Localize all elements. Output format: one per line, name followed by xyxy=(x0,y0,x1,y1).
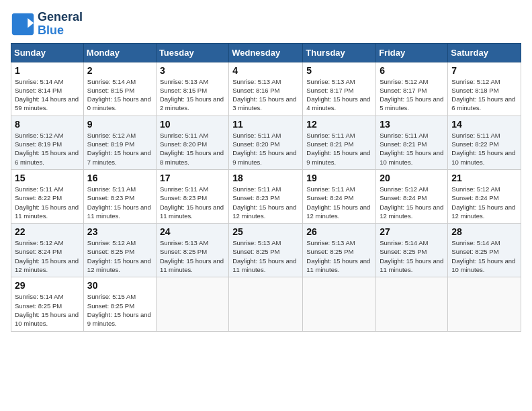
calendar-cell xyxy=(303,277,376,331)
day-detail: Sunrise: 5:12 AMSunset: 8:24 PMDaylight:… xyxy=(451,185,517,220)
day-number: 29 xyxy=(15,280,80,291)
page-header: General Blue xyxy=(11,11,521,38)
day-number: 16 xyxy=(87,173,152,183)
calendar-cell: 18Sunrise: 5:11 AMSunset: 8:23 PMDayligh… xyxy=(229,169,303,223)
day-number: 5 xyxy=(306,65,372,76)
day-number: 1 xyxy=(15,65,80,76)
day-detail: Sunrise: 5:11 AMSunset: 8:22 PMDaylight:… xyxy=(15,185,80,220)
calendar-cell: 1Sunrise: 5:14 AMSunset: 8:14 PMDaylight… xyxy=(11,62,84,116)
calendar-cell: 14Sunrise: 5:11 AMSunset: 8:22 PMDayligh… xyxy=(448,116,521,169)
calendar-cell: 22Sunrise: 5:12 AMSunset: 8:24 PMDayligh… xyxy=(11,224,84,277)
weekday-header-row: SundayMondayTuesdayWednesdayThursdayFrid… xyxy=(11,43,521,62)
calendar-week-row: 29Sunrise: 5:14 AMSunset: 8:25 PMDayligh… xyxy=(11,277,521,331)
calendar-table: SundayMondayTuesdayWednesdayThursdayFrid… xyxy=(11,43,521,332)
calendar-cell: 8Sunrise: 5:12 AMSunset: 8:19 PMDaylight… xyxy=(11,116,84,169)
calendar-cell: 28Sunrise: 5:14 AMSunset: 8:25 PMDayligh… xyxy=(448,224,521,277)
day-detail: Sunrise: 5:12 AMSunset: 8:24 PMDaylight:… xyxy=(380,185,444,220)
calendar-cell: 27Sunrise: 5:14 AMSunset: 8:25 PMDayligh… xyxy=(376,224,448,277)
calendar-cell: 10Sunrise: 5:11 AMSunset: 8:20 PMDayligh… xyxy=(156,116,228,169)
calendar-cell: 26Sunrise: 5:13 AMSunset: 8:25 PMDayligh… xyxy=(303,224,376,277)
calendar-cell xyxy=(376,277,448,331)
day-detail: Sunrise: 5:13 AMSunset: 8:25 PMDaylight:… xyxy=(306,238,372,274)
calendar-cell: 11Sunrise: 5:11 AMSunset: 8:20 PMDayligh… xyxy=(229,116,303,169)
day-detail: Sunrise: 5:14 AMSunset: 8:25 PMDaylight:… xyxy=(380,238,444,274)
day-number: 2 xyxy=(87,65,152,76)
day-detail: Sunrise: 5:12 AMSunset: 8:17 PMDaylight:… xyxy=(380,77,444,113)
day-detail: Sunrise: 5:11 AMSunset: 8:20 PMDaylight:… xyxy=(232,131,299,167)
day-detail: Sunrise: 5:14 AMSunset: 8:25 PMDaylight:… xyxy=(451,238,517,274)
day-number: 18 xyxy=(232,173,299,183)
weekday-header-wednesday: Wednesday xyxy=(229,43,303,62)
calendar-cell: 3Sunrise: 5:13 AMSunset: 8:15 PMDaylight… xyxy=(156,62,228,116)
day-number: 9 xyxy=(87,119,152,130)
day-detail: Sunrise: 5:13 AMSunset: 8:25 PMDaylight:… xyxy=(232,238,299,274)
day-detail: Sunrise: 5:12 AMSunset: 8:25 PMDaylight:… xyxy=(87,238,152,274)
calendar-cell: 25Sunrise: 5:13 AMSunset: 8:25 PMDayligh… xyxy=(229,224,303,277)
calendar-cell: 21Sunrise: 5:12 AMSunset: 8:24 PMDayligh… xyxy=(448,169,521,223)
day-number: 20 xyxy=(380,173,444,183)
day-number: 12 xyxy=(306,119,372,130)
day-detail: Sunrise: 5:11 AMSunset: 8:21 PMDaylight:… xyxy=(380,131,444,167)
day-number: 23 xyxy=(87,226,152,237)
logo: General Blue xyxy=(11,11,83,38)
calendar-cell: 24Sunrise: 5:13 AMSunset: 8:25 PMDayligh… xyxy=(156,224,228,277)
day-detail: Sunrise: 5:13 AMSunset: 8:15 PMDaylight:… xyxy=(160,77,225,113)
calendar-cell: 15Sunrise: 5:11 AMSunset: 8:22 PMDayligh… xyxy=(11,169,84,223)
weekday-header-saturday: Saturday xyxy=(448,43,521,62)
day-detail: Sunrise: 5:11 AMSunset: 8:23 PMDaylight:… xyxy=(232,185,299,220)
day-number: 11 xyxy=(232,119,299,130)
calendar-cell: 2Sunrise: 5:14 AMSunset: 8:15 PMDaylight… xyxy=(83,62,156,116)
day-number: 21 xyxy=(451,173,517,183)
calendar-cell: 30Sunrise: 5:15 AMSunset: 8:25 PMDayligh… xyxy=(83,277,156,331)
calendar-cell: 29Sunrise: 5:14 AMSunset: 8:25 PMDayligh… xyxy=(11,277,84,331)
day-detail: Sunrise: 5:11 AMSunset: 8:23 PMDaylight:… xyxy=(87,185,152,220)
day-number: 25 xyxy=(232,226,299,237)
calendar-cell: 16Sunrise: 5:11 AMSunset: 8:23 PMDayligh… xyxy=(83,169,156,223)
weekday-header-thursday: Thursday xyxy=(303,43,376,62)
day-number: 27 xyxy=(380,226,444,237)
day-detail: Sunrise: 5:13 AMSunset: 8:25 PMDaylight:… xyxy=(160,238,225,274)
day-number: 28 xyxy=(451,226,517,237)
day-number: 6 xyxy=(380,65,444,76)
calendar-week-row: 22Sunrise: 5:12 AMSunset: 8:24 PMDayligh… xyxy=(11,224,521,277)
calendar-cell: 7Sunrise: 5:12 AMSunset: 8:18 PMDaylight… xyxy=(448,62,521,116)
day-number: 22 xyxy=(15,226,80,237)
calendar-cell xyxy=(229,277,303,331)
day-number: 3 xyxy=(160,65,225,76)
calendar-cell: 4Sunrise: 5:13 AMSunset: 8:16 PMDaylight… xyxy=(229,62,303,116)
weekday-header-monday: Monday xyxy=(83,43,156,62)
calendar-cell: 12Sunrise: 5:11 AMSunset: 8:21 PMDayligh… xyxy=(303,116,376,169)
day-detail: Sunrise: 5:15 AMSunset: 8:25 PMDaylight:… xyxy=(87,292,152,328)
day-number: 26 xyxy=(306,226,372,237)
calendar-cell xyxy=(156,277,228,331)
calendar-cell: 20Sunrise: 5:12 AMSunset: 8:24 PMDayligh… xyxy=(376,169,448,223)
calendar-week-row: 8Sunrise: 5:12 AMSunset: 8:19 PMDaylight… xyxy=(11,116,521,169)
day-number: 19 xyxy=(306,173,372,183)
day-detail: Sunrise: 5:11 AMSunset: 8:21 PMDaylight:… xyxy=(306,131,372,167)
day-detail: Sunrise: 5:11 AMSunset: 8:24 PMDaylight:… xyxy=(306,185,372,220)
calendar-week-row: 1Sunrise: 5:14 AMSunset: 8:14 PMDaylight… xyxy=(11,62,521,116)
day-detail: Sunrise: 5:13 AMSunset: 8:16 PMDaylight:… xyxy=(232,77,299,113)
day-detail: Sunrise: 5:12 AMSunset: 8:18 PMDaylight:… xyxy=(451,77,517,113)
day-detail: Sunrise: 5:12 AMSunset: 8:19 PMDaylight:… xyxy=(87,131,152,167)
weekday-header-tuesday: Tuesday xyxy=(156,43,228,62)
day-detail: Sunrise: 5:12 AMSunset: 8:24 PMDaylight:… xyxy=(15,238,80,274)
weekday-header-friday: Friday xyxy=(376,43,448,62)
calendar-cell: 23Sunrise: 5:12 AMSunset: 8:25 PMDayligh… xyxy=(83,224,156,277)
day-number: 10 xyxy=(160,119,225,130)
day-number: 8 xyxy=(15,119,80,130)
day-number: 7 xyxy=(451,65,517,76)
day-number: 14 xyxy=(451,119,517,130)
weekday-header-sunday: Sunday xyxy=(11,43,84,62)
day-detail: Sunrise: 5:11 AMSunset: 8:23 PMDaylight:… xyxy=(160,185,225,220)
day-number: 13 xyxy=(380,119,444,130)
calendar-cell: 19Sunrise: 5:11 AMSunset: 8:24 PMDayligh… xyxy=(303,169,376,223)
day-detail: Sunrise: 5:14 AMSunset: 8:14 PMDaylight:… xyxy=(15,77,80,113)
day-detail: Sunrise: 5:11 AMSunset: 8:22 PMDaylight:… xyxy=(451,131,517,167)
day-number: 24 xyxy=(160,226,225,237)
calendar-cell: 17Sunrise: 5:11 AMSunset: 8:23 PMDayligh… xyxy=(156,169,228,223)
calendar-cell: 13Sunrise: 5:11 AMSunset: 8:21 PMDayligh… xyxy=(376,116,448,169)
calendar-week-row: 15Sunrise: 5:11 AMSunset: 8:22 PMDayligh… xyxy=(11,169,521,223)
day-detail: Sunrise: 5:14 AMSunset: 8:25 PMDaylight:… xyxy=(15,292,80,328)
calendar-cell xyxy=(448,277,521,331)
